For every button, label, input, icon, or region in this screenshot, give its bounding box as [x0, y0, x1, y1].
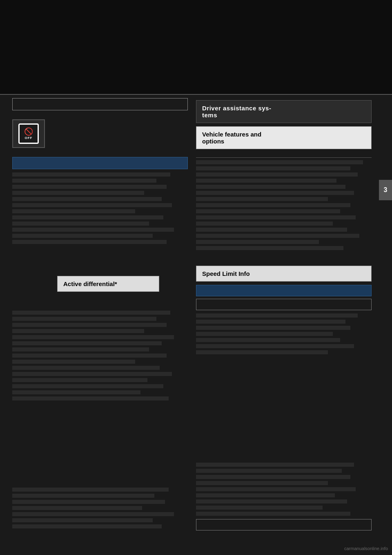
watermark-text: carmanualsonline.info — [344, 546, 388, 551]
horizontal-divider — [0, 94, 392, 95]
dark-content-bar — [12, 157, 188, 169]
traction-control-icon-area: 🚫 OFF — [12, 119, 45, 148]
page: Driver assistance sys- tems Vehicle feat… — [0, 0, 392, 555]
page-number-tab: 3 — [379, 180, 392, 200]
driver-assistance-title: Driver assistance sys- tems — [202, 105, 365, 119]
bottom-outlined-bar — [196, 519, 372, 530]
speed-limit-section: Speed Limit Info — [196, 266, 372, 356]
speed-limit-header: Speed Limit Info — [196, 266, 372, 282]
left-top-bordered-box — [12, 98, 188, 110]
driver-assistance-header: Driver assistance sys- tems — [196, 100, 372, 123]
bottom-right-section — [196, 463, 372, 530]
active-differential-section: Active differential* — [57, 276, 159, 295]
traction-off-icon: 🚫 OFF — [18, 123, 39, 144]
watermark: carmanualsonline.info — [344, 546, 388, 551]
vehicle-features-title: Vehicle features and options — [202, 131, 365, 145]
page-number: 3 — [384, 186, 388, 194]
active-differential-title: Active differential* — [63, 280, 153, 287]
speed-limit-blue-bar — [196, 285, 372, 296]
speed-limit-outlined-bar — [196, 299, 372, 310]
speed-limit-title: Speed Limit Info — [202, 270, 365, 277]
vehicle-features-header: Vehicle features and options — [196, 126, 372, 149]
active-differential-header: Active differential* — [57, 276, 159, 292]
top-dark-area — [0, 0, 392, 94]
left-column: 🚫 OFF — [12, 98, 188, 271]
